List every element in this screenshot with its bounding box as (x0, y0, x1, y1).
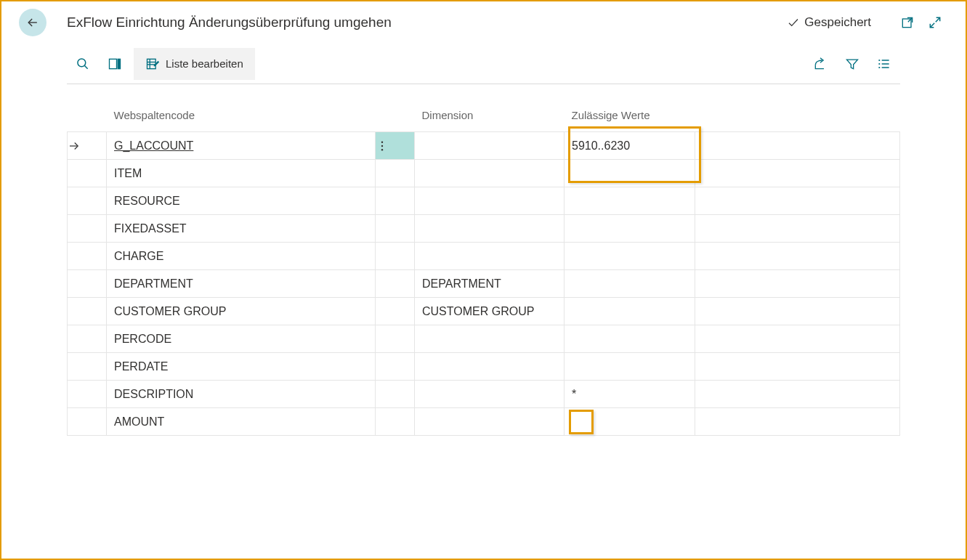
checkmark-icon (787, 16, 800, 29)
svg-rect-8 (118, 59, 120, 68)
cell-dimension[interactable] (415, 325, 565, 353)
cell-code[interactable]: CUSTOMER GROUP (107, 298, 376, 325)
table-row[interactable]: PERCODE (68, 325, 900, 353)
cell-allowed-values[interactable] (565, 325, 695, 353)
cell-allowed-values[interactable] (565, 298, 695, 325)
share-button[interactable] (804, 48, 836, 80)
cell-dimension[interactable]: CUSTOMER GROUP (415, 298, 565, 325)
page-title: ExFlow Einrichtung Änderungsüberprüfung … (67, 15, 392, 31)
popout-icon (900, 15, 915, 30)
layout-button[interactable] (99, 48, 131, 80)
cell-dimension[interactable] (415, 160, 565, 187)
saved-label: Gespeichert (804, 15, 871, 30)
svg-point-23 (381, 149, 383, 150)
cell-allowed-values[interactable] (565, 243, 695, 270)
row-actions (376, 243, 415, 270)
svg-line-4 (930, 23, 934, 28)
table-row[interactable]: RESOURCE (68, 187, 900, 215)
cell-filler (695, 325, 900, 353)
row-selector[interactable] (68, 325, 107, 353)
expand-button[interactable] (926, 14, 944, 31)
svg-point-5 (78, 58, 86, 66)
row-selector[interactable] (68, 160, 107, 187)
cell-filler (695, 243, 900, 270)
more-vertical-icon (376, 139, 389, 153)
cell-dimension[interactable] (415, 187, 565, 215)
cell-code[interactable]: PERDATE (107, 353, 376, 381)
row-actions (376, 381, 415, 408)
row-selector[interactable] (68, 353, 107, 381)
table-row[interactable]: DESCRIPTION* (68, 381, 900, 408)
cell-filler (695, 270, 900, 298)
cell-code[interactable]: PERCODE (107, 325, 376, 353)
row-actions (376, 298, 415, 325)
svg-point-17 (878, 59, 880, 60)
cell-allowed-values[interactable] (565, 353, 695, 381)
cell-allowed-values[interactable] (565, 215, 695, 243)
cell-dimension[interactable] (415, 132, 565, 160)
svg-line-2 (908, 17, 913, 22)
cell-dimension[interactable] (415, 243, 565, 270)
share-icon (813, 57, 828, 71)
cell-filler (695, 298, 900, 325)
row-actions (376, 270, 415, 298)
svg-point-19 (878, 66, 880, 68)
table-row[interactable]: G_LACCOUNT5910..6230 (68, 132, 900, 160)
row-actions (376, 353, 415, 381)
page-header: ExFlow Einrichtung Änderungsüberprüfung … (1, 1, 966, 44)
cell-allowed-values[interactable] (565, 408, 695, 436)
table-row[interactable]: ITEM (68, 160, 900, 187)
col-header-dimension[interactable]: Dimension (415, 102, 565, 132)
cell-allowed-values[interactable]: * (565, 381, 695, 408)
cell-code[interactable]: AMOUNT (107, 408, 376, 436)
cell-code[interactable]: CHARGE (107, 243, 376, 270)
row-actions (376, 187, 415, 215)
cell-allowed-values[interactable] (565, 187, 695, 215)
row-actions[interactable] (376, 132, 415, 160)
cell-filler (695, 353, 900, 381)
row-selector[interactable] (68, 132, 107, 160)
cell-dimension[interactable] (415, 408, 565, 436)
col-header-allowed[interactable]: Zulässige Werte (565, 102, 695, 132)
row-actions (376, 160, 415, 187)
cell-dimension[interactable] (415, 353, 565, 381)
row-selector[interactable] (68, 215, 107, 243)
search-icon (76, 57, 90, 71)
cell-filler (695, 132, 900, 160)
svg-point-22 (381, 145, 383, 146)
filter-button[interactable] (836, 48, 868, 80)
table-row[interactable]: AMOUNT (68, 408, 900, 436)
table-row[interactable]: DEPARTMENTDEPARTMENT (68, 270, 900, 298)
search-button[interactable] (67, 48, 99, 80)
back-button[interactable] (19, 9, 46, 36)
cell-allowed-values[interactable] (565, 160, 695, 187)
list-view-button[interactable] (868, 48, 900, 80)
cell-dimension[interactable]: DEPARTMENT (415, 270, 565, 298)
cell-allowed-values[interactable] (565, 270, 695, 298)
cell-allowed-values[interactable]: 5910..6230 (565, 132, 695, 160)
row-selector[interactable] (68, 243, 107, 270)
cell-code[interactable]: G_LACCOUNT (107, 132, 376, 160)
cell-code[interactable]: DESCRIPTION (107, 381, 376, 408)
table-row[interactable]: CUSTOMER GROUPCUSTOMER GROUP (68, 298, 900, 325)
row-actions (376, 215, 415, 243)
cell-code[interactable]: FIXEDASSET (107, 215, 376, 243)
popout-button[interactable] (899, 14, 916, 31)
col-header-code[interactable]: Webspaltencode (107, 102, 376, 132)
cell-code[interactable]: RESOURCE (107, 187, 376, 215)
row-selector[interactable] (68, 381, 107, 408)
row-selector[interactable] (68, 270, 107, 298)
row-selector[interactable] (68, 408, 107, 436)
cell-dimension[interactable] (415, 215, 565, 243)
cell-code[interactable]: ITEM (107, 160, 376, 187)
cell-filler (695, 408, 900, 436)
table-row[interactable]: FIXEDASSET (68, 215, 900, 243)
cell-code[interactable]: DEPARTMENT (107, 270, 376, 298)
edit-list-button[interactable]: Liste bearbeiten (134, 48, 255, 80)
cell-dimension[interactable] (415, 381, 565, 408)
table-row[interactable]: CHARGE (68, 243, 900, 270)
cell-filler (695, 381, 900, 408)
row-selector[interactable] (68, 298, 107, 325)
row-selector[interactable] (68, 187, 107, 215)
table-row[interactable]: PERDATE (68, 353, 900, 381)
